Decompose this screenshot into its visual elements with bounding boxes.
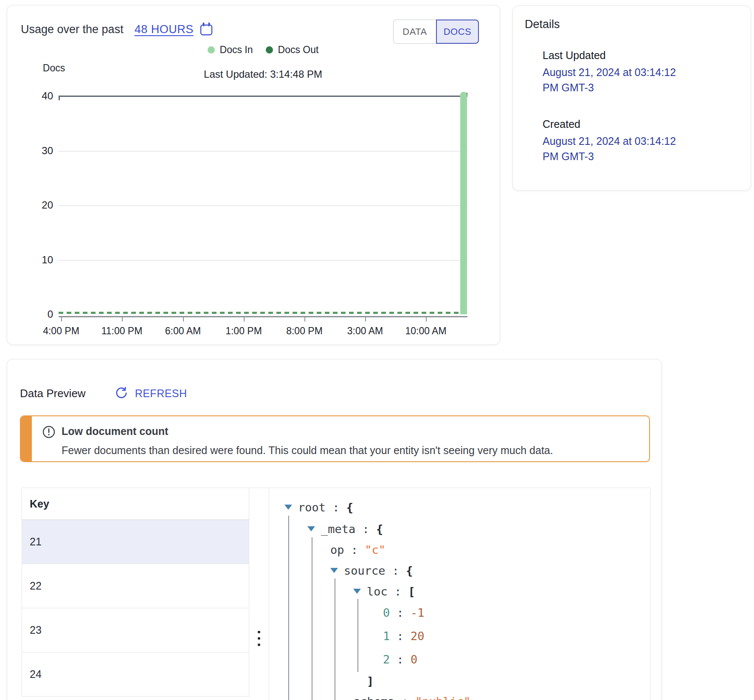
gridline (59, 205, 467, 206)
x-tick-label: 11:00 PM (92, 325, 152, 337)
json-tree-row: ] (269, 672, 650, 691)
legend-label: Docs Out (278, 44, 319, 56)
x-tick (61, 317, 62, 322)
y-tick-label: 20 (24, 199, 53, 211)
x-tick (426, 317, 427, 322)
x-tick (122, 317, 123, 322)
details-card: Details Last Updated August 21, 2024 at … (512, 6, 751, 191)
y-tick-label: 40 (24, 90, 53, 102)
usage-card: Usage over the past 48 HOURS DATA DOCS D… (7, 5, 500, 345)
docs-in-spike-bar[interactable] (460, 92, 467, 314)
warning-message: Fewer documents than desired were found.… (62, 444, 553, 457)
legend-dot-icon (208, 46, 215, 54)
key-table-row[interactable]: 21 (22, 520, 249, 564)
json-tree-panel: root : {_meta : {op : "c"source : {loc :… (269, 488, 650, 700)
details-field-label: Last Updated (543, 48, 676, 62)
refresh-icon (115, 387, 128, 400)
json-tree-row: root : { (269, 498, 650, 517)
key-table-row[interactable]: 24 (22, 652, 249, 697)
usage-chart: 4030201004:00 PM11:00 PM6:00 AM1:00 PM8:… (59, 96, 467, 334)
json-tree-row: loc : [ (269, 582, 650, 601)
details-field-value: August 21, 2024 at 03:14:12 (543, 133, 676, 149)
details-field-value: PM GMT-3 (543, 149, 676, 164)
details-created: Created August 21, 2024 at 03:14:12 PM G… (543, 117, 676, 164)
gridline (59, 260, 467, 261)
drag-handle-icon (258, 631, 260, 646)
key-table-row[interactable]: 23 (22, 608, 249, 652)
x-axis-line (59, 316, 467, 317)
json-tree-row: 0 : -1 (269, 604, 650, 622)
chart-last-updated-note: Last Updated: 3:14:48 PM (59, 68, 467, 80)
json-tree-row: 1 : 20 (269, 627, 650, 646)
collapse-triangle-icon[interactable] (307, 526, 315, 531)
data-docs-toggle: DATA DOCS (393, 20, 479, 44)
tab-data[interactable]: DATA (393, 20, 436, 44)
legend-dot-icon (266, 46, 273, 54)
refresh-label: REFRESH (135, 387, 187, 400)
refresh-button[interactable]: REFRESH (115, 387, 187, 400)
json-tree-row: op : "c" (269, 541, 650, 559)
x-tick (183, 317, 184, 322)
gridline-top (59, 96, 467, 97)
time-range-label: 48 HOURS (135, 23, 194, 36)
preview-header: Data Preview REFRESH (20, 387, 187, 400)
x-tick-label: 4:00 PM (31, 325, 91, 337)
usage-header: Usage over the past 48 HOURS (21, 22, 214, 37)
key-table-header: Key (22, 488, 249, 520)
collapse-triangle-icon[interactable] (353, 589, 361, 594)
panel-resizer[interactable] (249, 488, 269, 700)
key-table: Key 21222324 (22, 488, 249, 697)
json-tree-row: 2 : 0 (269, 650, 650, 669)
json-tree-row: _meta : { (269, 520, 650, 539)
details-field-value: August 21, 2024 at 03:14:12 (543, 65, 676, 80)
json-tree-row: schema : "public" (269, 692, 650, 700)
preview-content: Key 21222324 root : {_meta : {op : "c"so… (22, 488, 650, 700)
collapse-triangle-icon[interactable] (284, 505, 292, 510)
chart-legend: Docs InDocs Out (59, 44, 467, 56)
calendar-icon[interactable] (199, 22, 214, 37)
collapse-triangle-icon[interactable] (330, 568, 338, 573)
details-title: Details (525, 18, 560, 31)
key-table-row[interactable]: 22 (22, 564, 249, 608)
x-tick (244, 317, 245, 322)
warning-icon (42, 425, 56, 439)
legend-item[interactable]: Docs Out (266, 44, 319, 56)
docs-out-series-line (59, 312, 460, 314)
x-tick (365, 317, 366, 322)
warning-title: Low document count (62, 425, 168, 438)
y-tick-label: 30 (24, 145, 53, 157)
x-tick-label: 3:00 AM (335, 325, 395, 337)
x-tick (304, 317, 305, 322)
time-range-link[interactable]: 48 HOURS (135, 22, 214, 37)
gridline (59, 151, 467, 152)
low-document-count-warning: Low document count Fewer documents than … (20, 415, 650, 462)
details-field-label: Created (543, 117, 676, 131)
x-tick-label: 8:00 PM (275, 325, 334, 337)
legend-label: Docs In (220, 44, 253, 56)
legend-item[interactable]: Docs In (208, 44, 253, 56)
y-tick-label: 0 (24, 308, 53, 320)
details-field-value: PM GMT-3 (543, 80, 676, 95)
details-last-updated: Last Updated August 21, 2024 at 03:14:12… (543, 48, 676, 95)
x-tick-label: 1:00 PM (214, 325, 273, 337)
usage-title: Usage over the past (21, 23, 124, 36)
warning-accent-bar (21, 416, 32, 461)
x-tick-label: 6:00 AM (153, 325, 213, 337)
preview-title: Data Preview (20, 387, 86, 400)
json-tree-row: source : { (269, 562, 650, 580)
y-tick-label: 10 (24, 254, 53, 266)
x-tick-label: 10:00 AM (396, 325, 456, 337)
data-preview-card: Data Preview REFRESH Low document count … (7, 359, 662, 700)
tab-docs[interactable]: DOCS (436, 20, 479, 44)
